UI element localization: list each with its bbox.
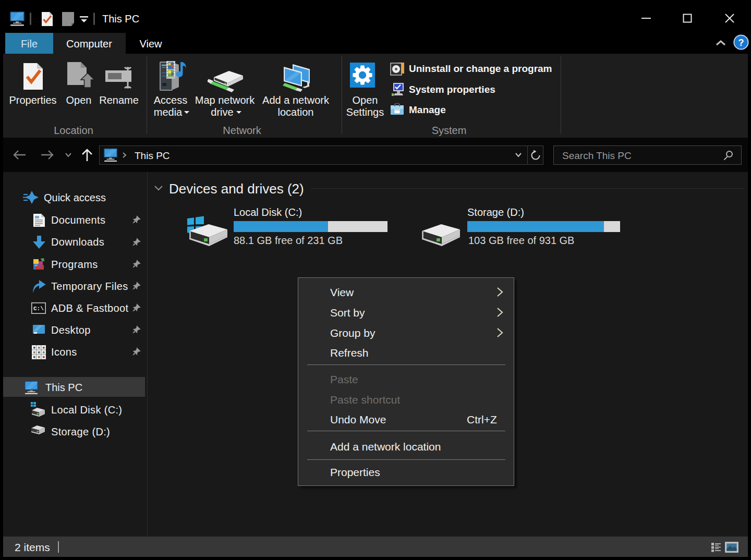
svg-text:C:\: C:\ — [33, 306, 44, 312]
svg-text:?: ? — [738, 38, 744, 48]
